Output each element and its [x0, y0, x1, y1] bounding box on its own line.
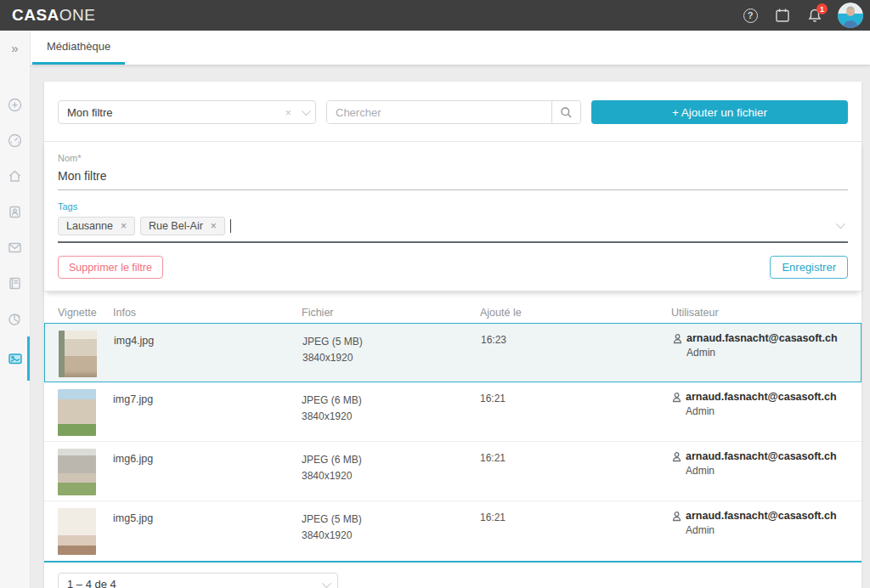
home-icon	[8, 169, 22, 184]
person-icon	[672, 333, 683, 344]
tag-chip-label: Rue Bel-Air	[149, 220, 203, 232]
delete-filter-button[interactable]: Supprimer le filtre	[58, 256, 163, 279]
tags-field-wrap: Tags Lausanne × Rue Bel-Air ×	[58, 201, 848, 243]
file-format: JPEG (6 MB)	[302, 393, 480, 409]
user-cell: arnaud.fasnacht@casasoft.ch Admin	[671, 449, 848, 477]
notification-badge: 1	[816, 3, 828, 14]
table-row[interactable]: img6.jpg JPEG (6 MB) 3840x1920 16:21 arn…	[44, 442, 862, 501]
chevron-down-icon	[302, 106, 311, 116]
calendar-icon	[775, 8, 790, 23]
column-header-utilisateur[interactable]: Utilisateur	[671, 307, 848, 319]
added-time: 16:23	[481, 331, 672, 346]
file-details: JPEG (6 MB) 3840x1920	[302, 389, 480, 424]
tags-input[interactable]: Lausanne × Rue Bel-Air ×	[58, 212, 848, 243]
journal-icon	[8, 276, 22, 291]
saved-filter-select[interactable]: Mon filtre ×	[58, 100, 316, 124]
file-thumbnail[interactable]	[58, 449, 96, 495]
user-line: arnaud.fasnacht@casasoft.ch	[671, 510, 848, 522]
sidebar-item-add[interactable]	[0, 87, 30, 122]
file-thumbnail[interactable]	[58, 389, 96, 436]
sidebar-item-media-library[interactable]	[0, 336, 30, 381]
sidebar-item-mail[interactable]	[0, 229, 30, 265]
file-dimensions: 3840x1920	[302, 468, 480, 484]
sidebar-item-dashboard[interactable]	[0, 122, 30, 158]
file-name: img4.jpg	[114, 331, 302, 347]
column-header-vignette[interactable]: Vignette	[58, 307, 113, 319]
search-icon	[560, 106, 573, 119]
media-library-icon	[8, 351, 23, 366]
sidebar-item-contacts[interactable]	[0, 194, 30, 229]
panel-buttons-row: Supprimer le filtre Enregistrer	[58, 256, 848, 279]
table-row[interactable]: img4.jpg JPEG (5 MB) 3840x1920 16:23 arn…	[44, 323, 862, 382]
save-filter-button[interactable]: Enregistrer	[770, 256, 848, 279]
thumbnail-cell	[58, 389, 113, 436]
added-time: 16:21	[480, 389, 671, 404]
search-input[interactable]	[327, 101, 551, 123]
sidebar: »	[0, 31, 31, 588]
user-email: arnaud.fasnacht@casasoft.ch	[686, 450, 837, 462]
sidebar-collapse-button[interactable]: »	[0, 31, 30, 65]
pagination-select[interactable]: 1 – 4 de 4	[58, 573, 338, 588]
thumbnail-cell	[58, 449, 113, 495]
table-header: Vignette Infos Fichier Ajouté le Utilisa…	[44, 302, 862, 323]
clear-filter-icon[interactable]: ×	[285, 106, 291, 119]
sidebar-item-home[interactable]	[0, 158, 30, 194]
column-header-infos[interactable]: Infos	[113, 307, 302, 319]
tab-mediatheque[interactable]: Médiathèque	[32, 31, 125, 65]
avatar-photo-icon	[838, 3, 863, 28]
user-avatar[interactable]	[838, 3, 863, 28]
file-format: JPEG (6 MB)	[302, 452, 480, 468]
person-icon	[671, 511, 682, 522]
tag-chip[interactable]: Lausanne ×	[58, 217, 135, 235]
sidebar-item-journal[interactable]	[0, 265, 30, 301]
table-row[interactable]: img5.jpg JPEG (5 MB) 3840x1920 16:21 arn…	[44, 501, 862, 561]
text-cursor	[230, 219, 231, 233]
add-file-button[interactable]: + Ajouter un fichier	[591, 100, 848, 124]
file-dimensions: 3840x1920	[302, 409, 480, 425]
filter-edit-panel: Nom* Mon filtre Tags Lausanne × Rue Bel-…	[44, 141, 862, 291]
thumbnail-cell	[58, 508, 113, 555]
search-box	[326, 100, 581, 124]
user-line: arnaud.fasnacht@casasoft.ch	[671, 391, 848, 403]
remove-tag-icon[interactable]: ×	[121, 220, 127, 232]
user-role: Admin	[686, 347, 847, 359]
chevron-down-icon	[322, 578, 331, 587]
user-line: arnaud.fasnacht@casasoft.ch	[672, 332, 847, 344]
calendar-button[interactable]	[766, 0, 799, 31]
column-header-fichier[interactable]: Fichier	[302, 307, 480, 319]
added-time: 16:21	[480, 508, 671, 523]
file-name: img6.jpg	[113, 449, 302, 465]
remove-tag-icon[interactable]: ×	[211, 220, 217, 232]
top-bar: CASAONE ? 1	[0, 0, 870, 31]
column-header-ajoute-le[interactable]: Ajouté le	[480, 307, 671, 319]
user-role: Admin	[686, 524, 848, 536]
dashboard-gauge-icon	[8, 133, 22, 148]
person-icon	[671, 451, 682, 462]
name-label: Nom*	[58, 153, 848, 163]
thumbnail-cell	[59, 331, 114, 377]
notifications-button[interactable]: 1	[799, 0, 831, 31]
file-thumbnail[interactable]	[58, 508, 96, 555]
help-button[interactable]: ?	[734, 0, 766, 31]
file-thumbnail[interactable]	[59, 331, 97, 377]
file-details: JPEG (6 MB) 3840x1920	[302, 449, 480, 483]
tag-chip[interactable]: Rue Bel-Air ×	[140, 217, 225, 235]
sidebar-item-reports[interactable]	[0, 301, 30, 336]
content-area: Mon filtre × + Ajouter un fichier Nom* M…	[31, 65, 870, 588]
contact-card-icon	[8, 205, 22, 219]
file-dimensions: 3840x1920	[302, 528, 480, 544]
file-name: img5.jpg	[113, 508, 302, 524]
file-format: JPEG (5 MB)	[302, 334, 481, 350]
user-email: arnaud.fasnacht@casasoft.ch	[686, 391, 837, 403]
table-row[interactable]: img7.jpg JPEG (6 MB) 3840x1920 16:21 arn…	[44, 382, 862, 442]
user-cell: arnaud.fasnacht@casasoft.ch Admin	[672, 331, 847, 359]
file-name: img7.jpg	[113, 389, 302, 405]
tag-chip-label: Lausanne	[66, 220, 113, 232]
media-library-card: Mon filtre × + Ajouter un fichier Nom* M…	[44, 82, 862, 588]
user-line: arnaud.fasnacht@casasoft.ch	[671, 450, 848, 462]
name-field[interactable]: Mon filtre	[58, 163, 848, 190]
chevron-down-icon	[836, 219, 845, 229]
search-button[interactable]	[551, 101, 580, 123]
pagination-range: 1 – 4 de 4	[67, 578, 322, 588]
user-cell: arnaud.fasnacht@casasoft.ch Admin	[671, 389, 848, 417]
